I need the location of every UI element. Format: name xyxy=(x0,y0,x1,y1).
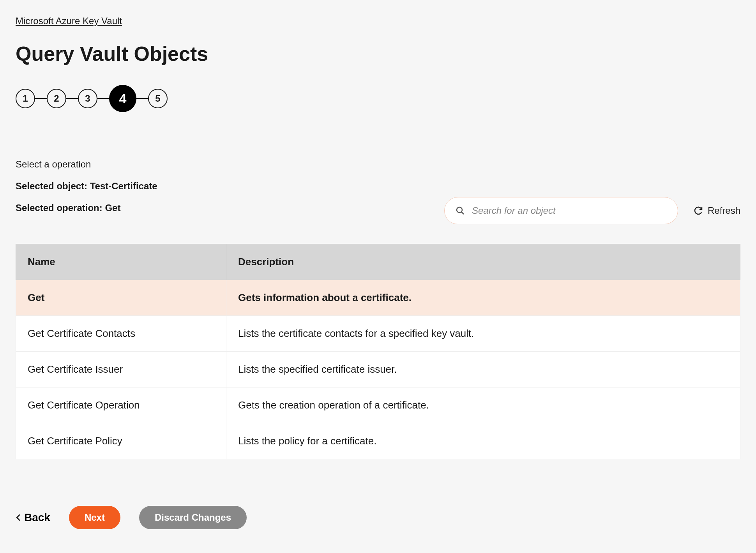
back-button[interactable]: Back xyxy=(16,511,50,524)
step-connector xyxy=(35,98,47,99)
instruction-text: Select a operation xyxy=(16,159,740,170)
cell-name: Get Certificate Contacts xyxy=(16,316,226,352)
step-5[interactable]: 5 xyxy=(148,89,168,108)
cell-name: Get Certificate Policy xyxy=(16,423,226,459)
back-label: Back xyxy=(24,511,50,524)
step-3[interactable]: 3 xyxy=(78,89,97,108)
search-field-wrap[interactable] xyxy=(444,197,678,224)
step-connector xyxy=(66,98,78,99)
next-button[interactable]: Next xyxy=(69,506,120,529)
operations-table: Name Description GetGets information abo… xyxy=(16,244,740,459)
step-1[interactable]: 1 xyxy=(16,89,35,108)
selected-object-text: Selected object: Test-Certificate xyxy=(16,181,740,192)
step-4[interactable]: 4 xyxy=(109,85,136,112)
table-row[interactable]: Get Certificate PolicyLists the policy f… xyxy=(16,423,740,459)
search-icon xyxy=(456,206,465,215)
table-row[interactable]: Get Certificate ContactsLists the certif… xyxy=(16,316,740,352)
refresh-button[interactable]: Refresh xyxy=(694,205,740,216)
cell-description: Lists the policy for a certificate. xyxy=(226,423,740,459)
step-connector xyxy=(136,98,148,99)
cell-description: Gets information about a certificate. xyxy=(226,280,740,316)
footer-actions: Back Next Discard Changes xyxy=(16,506,740,529)
breadcrumb-link[interactable]: Microsoft Azure Key Vault xyxy=(16,16,122,26)
toolbar: Refresh xyxy=(16,197,740,224)
chevron-left-icon xyxy=(16,514,21,521)
table-row[interactable]: GetGets information about a certificate. xyxy=(16,280,740,316)
cell-name: Get Certificate Operation xyxy=(16,387,226,423)
stepper: 12345 xyxy=(16,85,740,112)
svg-point-0 xyxy=(457,207,462,213)
cell-description: Gets the creation operation of a certifi… xyxy=(226,387,740,423)
cell-description: Lists the specified certificate issuer. xyxy=(226,352,740,387)
step-2[interactable]: 2 xyxy=(47,89,66,108)
search-input[interactable] xyxy=(472,205,667,216)
cell-name: Get xyxy=(16,280,226,316)
table-row[interactable]: Get Certificate OperationGets the creati… xyxy=(16,387,740,423)
discard-button[interactable]: Discard Changes xyxy=(139,506,247,529)
cell-name: Get Certificate Issuer xyxy=(16,352,226,387)
step-connector xyxy=(97,98,109,99)
cell-description: Lists the certificate contacts for a spe… xyxy=(226,316,740,352)
col-header-description[interactable]: Description xyxy=(226,244,740,280)
page-title: Query Vault Objects xyxy=(16,42,740,65)
table-row[interactable]: Get Certificate IssuerLists the specifie… xyxy=(16,352,740,387)
refresh-label: Refresh xyxy=(708,205,740,216)
refresh-icon xyxy=(694,206,703,215)
col-header-name[interactable]: Name xyxy=(16,244,226,280)
svg-line-1 xyxy=(461,212,464,214)
